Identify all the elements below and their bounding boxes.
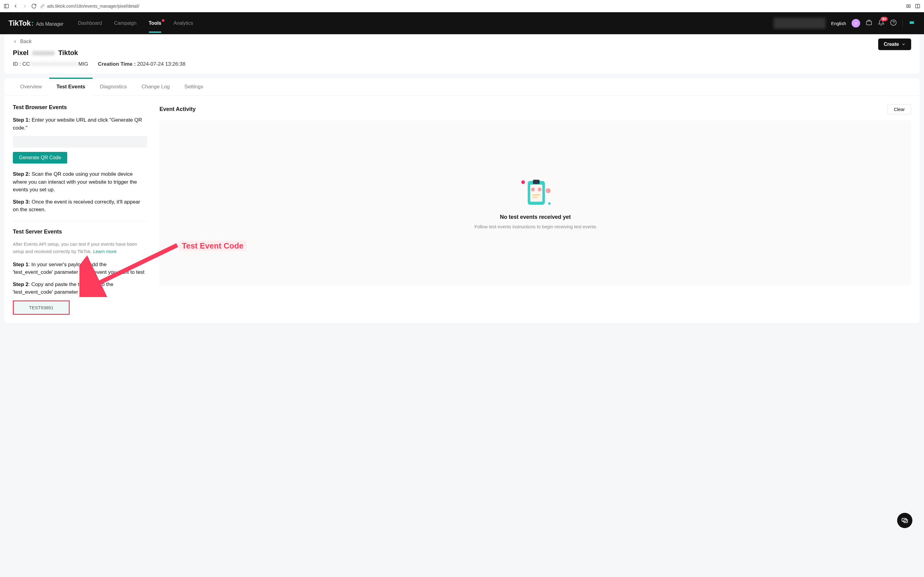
event-activity-panel: No test events received yet Follow test … (159, 121, 911, 285)
account-selector[interactable] (774, 18, 826, 29)
svg-rect-7 (866, 21, 872, 25)
empty-state-illustration (520, 177, 551, 207)
event-activity-title: Event Activity (159, 106, 196, 113)
svg-rect-0 (4, 4, 8, 8)
browser-toolbar: ads.tiktok.com/i18n/events_manager/pixel… (0, 0, 924, 12)
svg-rect-17 (532, 197, 538, 198)
back-label: Back (20, 39, 32, 45)
empty-state-subtitle: Follow test events instructions to begin… (475, 224, 596, 229)
website-url-input[interactable] (13, 136, 147, 148)
back-link[interactable]: Back (13, 39, 32, 45)
svg-point-10 (521, 180, 525, 184)
svg-point-14 (531, 188, 535, 191)
test-browser-events-title: Test Browser Events (13, 104, 147, 111)
tabs-icon[interactable] (915, 3, 920, 9)
test-event-code-box[interactable]: TEST93891 (13, 300, 70, 315)
nav-campaign[interactable]: Campaign (114, 21, 137, 26)
reload-icon[interactable] (31, 3, 37, 9)
address-bar[interactable]: ads.tiktok.com/i18n/events_manager/pixel… (40, 4, 902, 8)
tabs: Overview Test Events Diagnostics Change … (4, 78, 920, 96)
browser-step-2: Step 2: Scan the QR code using your mobi… (13, 170, 147, 194)
top-navigation: TikTok: Ads Manager Dashboard Campaign T… (0, 12, 924, 34)
svg-point-18 (546, 188, 551, 193)
empty-state-title: No test events received yet (500, 214, 571, 220)
server-events-description: After Events API setup, you can test if … (13, 240, 147, 255)
divider (902, 19, 903, 27)
tickets-icon[interactable] (908, 19, 916, 27)
content-card: Overview Test Events Diagnostics Change … (4, 78, 920, 323)
create-button[interactable]: Create (878, 39, 911, 50)
forward-icon (22, 3, 27, 9)
svg-rect-13 (533, 180, 539, 184)
pixel-title: Pixel xxxxxx Tiktok (13, 49, 911, 57)
notification-badge: 9+ (881, 17, 888, 21)
notifications-icon[interactable]: 9+ (878, 19, 885, 27)
pixel-id: ID : CCXXXXXXXXXXXXXXMIG (13, 61, 88, 67)
avatar[interactable]: u (852, 19, 860, 27)
nav-analytics[interactable]: Analytics (174, 21, 193, 26)
chat-fab-button[interactable] (897, 513, 913, 528)
back-icon[interactable] (13, 3, 18, 9)
learn-more-link[interactable]: Learn more (93, 249, 117, 254)
svg-point-19 (548, 202, 551, 205)
tab-overview[interactable]: Overview (13, 78, 49, 95)
logo-subtext: Ads Manager (36, 21, 64, 27)
sidebar-toggle-icon[interactable] (4, 3, 9, 9)
url-text: ads.tiktok.com/i18n/events_manager/pixel… (47, 4, 139, 8)
extension-icon[interactable] (906, 3, 911, 9)
chat-icon (901, 517, 908, 524)
tab-diagnostics[interactable]: Diagnostics (93, 78, 134, 95)
svg-rect-12 (530, 185, 542, 202)
svg-point-15 (538, 188, 541, 191)
logo[interactable]: TikTok: Ads Manager (8, 19, 63, 27)
server-step-2: Step 2: Copy and paste the test code to … (13, 280, 147, 296)
language-selector[interactable]: English (831, 21, 846, 26)
chevron-down-icon (901, 42, 906, 47)
nav-tools[interactable]: Tools (149, 21, 161, 26)
browser-step-1: Step 1: Enter your website URL and click… (13, 116, 147, 132)
clear-button[interactable]: Clear (887, 104, 911, 114)
annotation-label: Test Event Code (179, 240, 246, 251)
svg-rect-2 (906, 5, 910, 7)
test-server-events-title: Test Server Events (13, 229, 147, 235)
help-icon[interactable] (890, 19, 897, 27)
nav-dashboard[interactable]: Dashboard (78, 21, 102, 26)
notification-dot-icon (162, 19, 164, 22)
tab-test-events[interactable]: Test Events (49, 78, 93, 95)
server-step-1: Step 1: In your server's payload, add th… (13, 261, 147, 276)
creation-time: Creation Time : 2024-07-24 13:26:38 (98, 61, 185, 67)
business-center-icon[interactable] (866, 19, 872, 27)
link-icon (40, 4, 45, 8)
generate-qr-button[interactable]: Generate QR Code (13, 152, 67, 163)
chevron-left-icon (13, 39, 17, 44)
tab-change-log[interactable]: Change Log (134, 78, 177, 95)
divider (13, 221, 147, 221)
svg-rect-16 (532, 194, 540, 196)
tab-settings[interactable]: Settings (177, 78, 211, 95)
pixel-header-card: Back Pixel xxxxxx Tiktok ID : CCXXXXXXXX… (4, 34, 920, 74)
browser-step-3: Step 3: Once the event is received corre… (13, 198, 147, 214)
logo-text: TikTok (8, 19, 31, 27)
